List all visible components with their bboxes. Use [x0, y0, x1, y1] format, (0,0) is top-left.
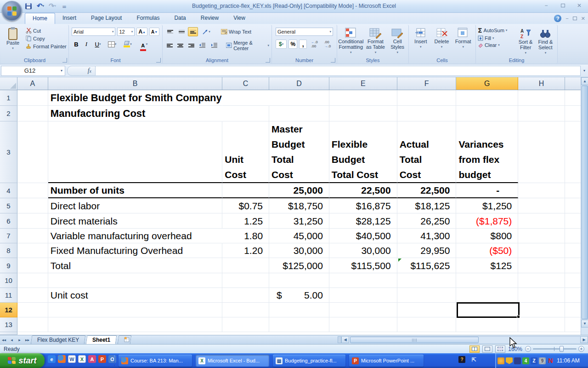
- word-icon[interactable]: W: [68, 355, 76, 363]
- office-button[interactable]: [2, 1, 22, 21]
- decrease-decimal-button[interactable]: .00→.0: [322, 40, 333, 49]
- cell-b5[interactable]: Direct labor: [48, 198, 222, 213]
- tab-page-layout[interactable]: Page Layout: [84, 13, 129, 24]
- cell-g5[interactable]: $1,250: [456, 198, 518, 213]
- increase-indent-button[interactable]: [209, 41, 219, 50]
- horizontal-split-handle[interactable]: [338, 336, 341, 343]
- taskbar-button-budgeting-doc[interactable]: ▤ Budgeting_practice-fl...: [273, 355, 345, 367]
- cell-styles-button[interactable]: Cell Styles▾: [387, 26, 407, 55]
- cell-d7[interactable]: 45,000: [269, 229, 329, 243]
- column-header-f[interactable]: F: [397, 77, 457, 90]
- orientation-button[interactable]: ▾: [199, 27, 213, 36]
- name-box-dropdown-icon[interactable]: ▾: [58, 69, 65, 73]
- row-header-5[interactable]: 5: [0, 198, 17, 213]
- cell-c6[interactable]: 1.25: [222, 213, 269, 229]
- tray-icon-orange[interactable]: [498, 357, 504, 364]
- row-header-2[interactable]: 2: [0, 106, 17, 121]
- cell-a7[interactable]: [17, 229, 48, 243]
- cell-h6[interactable]: [518, 213, 565, 229]
- cell-b11[interactable]: Unit cost: [48, 288, 222, 303]
- tab-data[interactable]: Data: [167, 13, 193, 24]
- cell-e9[interactable]: $115,500: [329, 258, 397, 273]
- cell-g8-negative[interactable]: ($50): [456, 243, 518, 258]
- insert-worksheet-button[interactable]: [117, 335, 131, 344]
- cell-a4[interactable]: [17, 183, 48, 198]
- name-box[interactable]: G12 ▾: [1, 66, 65, 76]
- delete-cells-button[interactable]: Delete▾: [433, 26, 451, 50]
- cell-d6[interactable]: 31,250: [269, 213, 329, 229]
- zoom-track[interactable]: [533, 348, 577, 350]
- row-header-9[interactable]: 9: [0, 258, 17, 273]
- row-header-10[interactable]: 10: [0, 273, 17, 288]
- cell-g6-negative[interactable]: ($1,875): [456, 213, 518, 229]
- column-header-partial[interactable]: [565, 77, 581, 90]
- row-header-7[interactable]: 7: [0, 229, 17, 243]
- cell-b9[interactable]: Total: [48, 258, 222, 273]
- tab-review[interactable]: Review: [193, 13, 226, 24]
- show-hidden-icons-chevron[interactable]: ⇱: [470, 356, 477, 363]
- last-sheet-icon[interactable]: ▸▸: [23, 336, 31, 344]
- grow-font-button[interactable]: A▲: [136, 28, 147, 36]
- cell-c5[interactable]: $0.75: [222, 198, 269, 213]
- horizontal-scroll-thumb[interactable]: [350, 337, 479, 343]
- cell-a3[interactable]: [17, 121, 48, 183]
- align-bottom-button[interactable]: [188, 27, 198, 36]
- comma-format-button[interactable]: ,: [299, 40, 307, 49]
- cell-a9[interactable]: [17, 258, 48, 273]
- cell-e4[interactable]: 22,500: [329, 183, 397, 198]
- column-header-g-selected[interactable]: G: [456, 77, 518, 90]
- sort-filter-button[interactable]: AZ Sort & Filter▾: [516, 27, 536, 56]
- paste-button[interactable]: Paste▾: [4, 27, 22, 51]
- cell-b4[interactable]: Number of units: [48, 183, 222, 198]
- cell-e5[interactable]: $16,875: [329, 198, 397, 213]
- cell-f7[interactable]: 41,300: [397, 229, 457, 243]
- italic-button[interactable]: I: [82, 40, 90, 49]
- row-header-11[interactable]: 11: [0, 288, 17, 303]
- row-header-8[interactable]: 8: [0, 243, 17, 258]
- scroll-up-icon[interactable]: ▲: [581, 77, 588, 85]
- scroll-left-icon[interactable]: ◀: [341, 336, 349, 343]
- find-select-button[interactable]: Find & Select▾: [536, 27, 555, 56]
- insert-function-button[interactable]: fx: [67, 66, 96, 76]
- format-cells-button[interactable]: Format▾: [453, 26, 473, 50]
- fill-color-button[interactable]: ▾: [120, 40, 135, 49]
- cell-e8[interactable]: 30,000: [329, 243, 397, 258]
- active-cell-selection[interactable]: [457, 302, 520, 318]
- cell-e3-header[interactable]: Flexible Budget Total Cost: [329, 121, 397, 183]
- font-name-select[interactable]: Arial▾: [72, 28, 115, 36]
- font-color-button[interactable]: A ▾: [136, 40, 151, 49]
- tray-icon-gray[interactable]: 9: [539, 357, 546, 364]
- workbook-close-button[interactable]: ✕: [581, 16, 585, 22]
- cell-b3[interactable]: [48, 121, 222, 183]
- taskbar-button-powerpoint[interactable]: P Microsoft PowerPoint ...: [349, 355, 424, 367]
- align-middle-button[interactable]: [176, 27, 187, 36]
- minimize-button[interactable]: −: [540, 2, 552, 10]
- autosum-button[interactable]: Σ AutoSum▾: [478, 27, 516, 34]
- cell-h8[interactable]: [518, 243, 565, 258]
- page-break-view-button[interactable]: [495, 345, 505, 353]
- workbook-restore-button[interactable]: [573, 16, 577, 21]
- tray-shield-icon[interactable]: [506, 357, 513, 364]
- row-header-4[interactable]: 4: [0, 183, 17, 198]
- column-header-b[interactable]: B: [48, 77, 222, 90]
- cell-h1[interactable]: [518, 90, 565, 106]
- cell-d3-header[interactable]: Master Budget Total Cost: [269, 121, 329, 183]
- restore-button[interactable]: [557, 2, 569, 10]
- fill-handle[interactable]: [517, 315, 520, 318]
- format-as-table-button[interactable]: Format as Table▾: [365, 26, 387, 55]
- shrink-font-button[interactable]: A▼: [149, 28, 159, 36]
- cell-a2[interactable]: [17, 106, 48, 121]
- cell-h7[interactable]: [518, 229, 565, 243]
- cell-c11[interactable]: [222, 288, 269, 303]
- zoom-slider[interactable]: − +: [525, 346, 584, 352]
- align-top-button[interactable]: [165, 27, 175, 36]
- align-left-button[interactable]: [165, 41, 175, 50]
- internet-explorer-icon[interactable]: e: [48, 355, 56, 363]
- cell-f8[interactable]: 29,950: [397, 243, 457, 258]
- decrease-indent-button[interactable]: [198, 41, 208, 50]
- tab-formulas[interactable]: Formulas: [129, 13, 167, 24]
- tab-home[interactable]: Home: [25, 13, 55, 24]
- column-header-h[interactable]: H: [518, 77, 565, 90]
- font-dialog-launcher[interactable]: [156, 58, 161, 63]
- cell-b8[interactable]: Fixed Manufacturing Overhead: [48, 243, 222, 258]
